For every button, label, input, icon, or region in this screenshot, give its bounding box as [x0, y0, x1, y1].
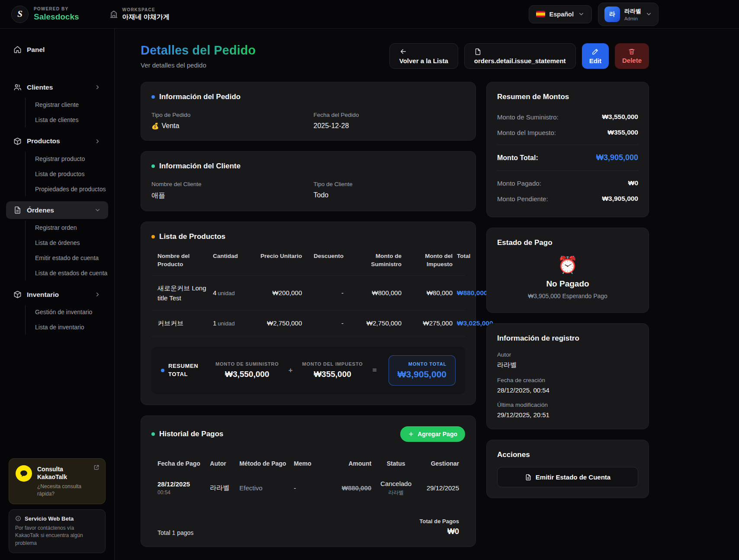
sidebar: Panel Clientes Registrar cliente Lista d…: [0, 29, 115, 560]
total-amount-label: Monto Total:: [497, 154, 538, 162]
supply-amount-value: ₩3,550,000: [602, 113, 638, 121]
payments-table-header: Fecha de Pago Autor Método de Pago Memo …: [151, 453, 465, 473]
sidebar-subitem-propiedades-de-productos[interactable]: Propiedades de productos: [33, 182, 114, 196]
spain-flag-icon: [536, 11, 545, 17]
issue-statement-button[interactable]: orders.detail.issue_statement: [464, 43, 576, 69]
summary-total-value: ₩3,905,000: [398, 369, 447, 380]
tax-amount-label: Monto del Impuesto:: [497, 129, 556, 136]
beta-body: Por favor contáctenos vía KakaoTalk si e…: [15, 525, 99, 547]
user-name: 라라벨: [624, 7, 641, 15]
client-type-label: Tipo de Cliente: [314, 181, 466, 187]
sidebar-subitem-registrar-orden[interactable]: Registrar orden: [33, 221, 114, 235]
payments-total-label: Total de Pagos: [420, 518, 459, 525]
blue-dot-icon: [161, 369, 164, 372]
sidebar-subitem-registrar-producto[interactable]: Registrar producto: [33, 152, 114, 166]
sidebar-subitem-registrar-cliente[interactable]: Registrar cliente: [33, 98, 114, 112]
main-content: Detalles del Pedido Ver detalles del ped…: [115, 29, 739, 560]
language-selector[interactable]: Español: [529, 5, 592, 23]
divider: [497, 145, 638, 145]
paid-amount-value: ₩0: [628, 179, 638, 187]
pending-amount-value: ₩3,905,000: [602, 195, 638, 203]
col-header: Amount: [325, 460, 371, 467]
powered-by-label: POWERED BY: [34, 6, 79, 11]
back-to-list-button[interactable]: Volver a la Lista: [389, 43, 458, 69]
client-type-value: Todo: [314, 191, 466, 199]
beta-notice-card: Servicio Web Beta Por favor contáctenos …: [9, 509, 106, 553]
col-header: Cantidad: [213, 252, 249, 261]
product-row: 커브커브 1unidad ₩2,750,000 - ₩2,750,000 ₩27…: [151, 311, 465, 336]
product-name: 새로운커브 Long title Test: [157, 283, 209, 303]
pending-amount-label: Monto Pendiente:: [497, 195, 548, 203]
payment-manage: 29/12/2025: [421, 484, 459, 492]
order-date-label: Fecha del Pedido: [314, 112, 466, 118]
sidebar-item-panel[interactable]: Panel: [6, 41, 108, 58]
beta-title: Servicio Web Beta: [25, 515, 74, 522]
alarm-clock-icon: ⏰: [497, 257, 638, 273]
created-date-label: Fecha de creación: [497, 377, 638, 383]
client-info-title: Información del Cliente: [159, 162, 241, 171]
delete-button[interactable]: Delete: [615, 43, 649, 69]
sidebar-subitem-emitir-estado-de-cuenta[interactable]: Emitir estado de cuenta: [33, 251, 114, 265]
client-name-value: 애플: [151, 191, 303, 200]
actions-title: Acciones: [497, 451, 530, 459]
file-text-icon: [474, 48, 482, 55]
sidebar-item-clientes[interactable]: Clientes: [6, 78, 108, 96]
product-qty: 1: [213, 319, 216, 327]
modified-date-label: Última modificación: [497, 402, 638, 408]
summary-tax-label: MONTO DEL IMPUESTO: [302, 361, 363, 367]
product-total: ₩880,000: [457, 289, 488, 297]
sidebar-subitem-lista-de-ordenes[interactable]: Lista de órdenes: [33, 236, 114, 250]
chevron-down-icon: [646, 11, 652, 17]
sidebar-subitem-gestion-de-inventario[interactable]: Gestión de inventario: [33, 305, 114, 319]
supply-amount-label: Monto de Suministro:: [497, 113, 559, 121]
col-header: Método de Pago: [239, 460, 289, 467]
kakao-card-title: Consulta KakaoTalk: [37, 465, 76, 481]
delete-button-label: Delete: [622, 57, 642, 64]
col-header: Memo: [294, 460, 321, 467]
payment-author: 라라벨: [210, 484, 235, 492]
sidebar-subitem-lista-de-estados-de-cuenta[interactable]: Lista de estados de cuenta: [33, 266, 114, 280]
kakao-consult-card[interactable]: Consulta KakaoTalk ¿Necesita consulta rá…: [9, 458, 106, 504]
product-qty-unit: unidad: [218, 320, 235, 327]
money-bag-icon: 💰: [151, 122, 159, 129]
sidebar-item-productos[interactable]: Productos: [6, 132, 108, 150]
sidebar-subitem-lista-de-productos[interactable]: Lista de productos: [33, 167, 114, 181]
product-list-card: Lista de Productos Nombre del Producto C…: [141, 222, 476, 405]
brand-block: POWERED BY Salesdocks: [34, 6, 79, 22]
payment-time: 00:54: [157, 489, 206, 496]
sidebar-item-label: Panel: [27, 46, 101, 54]
product-supply: ₩800,000: [348, 288, 402, 298]
sidebar-nav: Panel Clientes Registrar cliente Lista d…: [0, 29, 114, 340]
chevron-right-icon: [94, 291, 101, 298]
equals-operator: =: [370, 366, 379, 375]
sidebar-subnav-ordenes: Registrar orden Lista de órdenes Emitir …: [25, 221, 114, 280]
edit-button[interactable]: Edit: [582, 43, 609, 69]
user-menu[interactable]: 라 라라벨 Admin: [598, 3, 659, 26]
sidebar-subitem-lista-de-clientes[interactable]: Lista de clientes: [33, 113, 114, 127]
sidebar-item-label: Órdenes: [27, 206, 89, 214]
green-dot-icon: [151, 432, 155, 436]
product-discount: -: [306, 288, 344, 298]
sidebar-item-ordenes[interactable]: Órdenes: [6, 201, 108, 219]
sidebar-subitem-lista-de-inventario[interactable]: Lista de inventario: [33, 320, 114, 335]
add-payment-button[interactable]: Agregar Pago: [400, 426, 465, 442]
brand-name: Salesdocks: [34, 12, 79, 22]
products-table: Nombre del Producto Cantidad Precio Unit…: [151, 251, 465, 336]
col-header: Fecha de Pago: [157, 460, 206, 467]
issue-statement-action-button[interactable]: Emitir Estado de Cuenta: [497, 467, 638, 487]
payment-memo: -: [294, 484, 321, 492]
external-link-icon: [93, 464, 100, 470]
edit-button-label: Edit: [589, 57, 601, 64]
total-amount-value: ₩3,905,000: [596, 153, 638, 162]
product-supply: ₩2,750,000: [348, 318, 402, 328]
amount-summary-title: Resumen de Montos: [497, 93, 569, 101]
sidebar-item-inventario[interactable]: Inventario: [6, 286, 108, 303]
payment-status-value: No Pagado: [497, 279, 638, 289]
author-label: Autor: [497, 351, 638, 358]
product-tax: ₩275,000: [406, 318, 453, 328]
sidebar-item-label: Inventario: [27, 291, 89, 299]
registration-info-title: Información de registro: [497, 334, 579, 343]
tax-amount-value: ₩355,000: [607, 129, 638, 136]
info-icon: [15, 515, 21, 521]
order-type-label: Tipo de Pedido: [151, 112, 303, 118]
